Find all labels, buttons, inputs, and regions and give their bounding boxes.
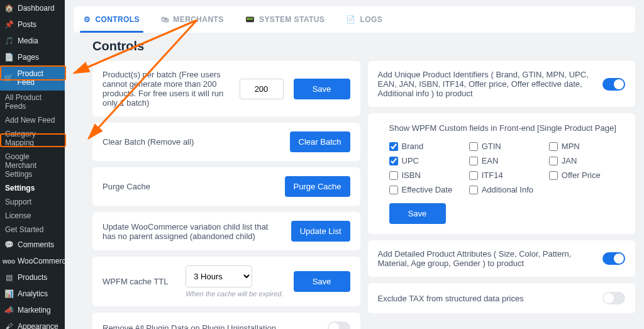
additional-info-checkbox[interactable] <box>469 186 478 194</box>
sidebar-sub-add-new[interactable]: Add New Feed <box>0 113 65 127</box>
fields-title: Show WPFM Custom fields in Front-end [Si… <box>379 123 625 133</box>
itf14-checkbox[interactable] <box>469 171 478 180</box>
identifiers-card: Add Unique Product Identifiers ( Brand, … <box>368 61 636 107</box>
sidebar-sub-license[interactable]: License <box>0 209 65 223</box>
exclude-tax-card: Exclude TAX from structured data prices <box>368 283 636 313</box>
clear-batch-button[interactable]: Clear Batch <box>290 131 350 152</box>
sidebar-label: Product Feed <box>17 69 61 87</box>
offer-price-checkbox[interactable] <box>549 171 558 180</box>
fields-save-button[interactable]: Save <box>389 203 446 224</box>
mpn-checkbox[interactable] <box>549 142 558 151</box>
sidebar-sub-settings[interactable]: Settings <box>0 181 65 195</box>
field-gtin[interactable]: GTIN <box>469 142 544 151</box>
field-ean[interactable]: EAN <box>469 156 544 165</box>
sidebar-item-posts[interactable]: 📌Posts <box>0 16 65 33</box>
tab-label: MERCHANTS <box>173 15 223 24</box>
horn-icon: 📣 <box>4 306 14 315</box>
tab-bar: ⚙CONTROLS 🛍MERCHANTS 📟SYSTEM STATUS 📄LOG… <box>74 6 635 33</box>
update-list-button[interactable]: Update List <box>291 221 350 242</box>
detailed-toggle[interactable] <box>602 252 625 265</box>
batch-save-button[interactable]: Save <box>294 79 350 99</box>
field-upc[interactable]: UPC <box>389 156 464 165</box>
sidebar-item-products[interactable]: ▤Products <box>0 269 65 286</box>
identifiers-label: Add Unique Product Identifiers ( Brand, … <box>378 70 593 98</box>
effective-date-checkbox[interactable] <box>389 186 398 194</box>
sidebar-item-appearance[interactable]: 🖌Appearance <box>0 318 65 329</box>
purge-cache-button[interactable]: Purge Cache <box>285 176 350 197</box>
sidebar-item-comments[interactable]: 💬Comments <box>0 237 65 253</box>
sidebar-item-woocommerce[interactable]: wooWooCommerce <box>0 253 65 269</box>
sidebar-sub-support[interactable]: Support <box>0 195 65 209</box>
control-purge-cache: Purge Cache Purge Cache <box>92 167 360 206</box>
remove-label: Remove All Plugin Data on Plugin Uninsta… <box>103 323 318 330</box>
sidebar-item-media[interactable]: 🎵Media <box>0 33 65 49</box>
comment-icon: 💬 <box>4 240 14 249</box>
field-itf14[interactable]: ITF14 <box>469 170 544 180</box>
pin-icon: 📌 <box>4 20 14 29</box>
field-isbn[interactable]: ISBN <box>389 170 464 180</box>
sidebar-item-analytics[interactable]: 📊Analytics <box>0 286 65 302</box>
tab-merchants[interactable]: 🛍MERCHANTS <box>155 6 230 33</box>
box-icon: ▤ <box>4 273 14 282</box>
tab-system-status[interactable]: 📟SYSTEM STATUS <box>239 6 331 33</box>
sidebar-item-marketing[interactable]: 📣Marketing <box>0 302 65 318</box>
batch-label: Product(s) per batch (Free users cannot … <box>103 70 230 108</box>
upc-checkbox[interactable] <box>389 157 398 165</box>
control-batch: Product(s) per batch (Free users cannot … <box>92 61 360 116</box>
ean-checkbox[interactable] <box>469 157 478 165</box>
page-title: Controls <box>92 39 635 53</box>
sidebar-sub-all-feeds[interactable]: All Product Feeds <box>0 91 65 113</box>
sidebar-label: Marketing <box>18 306 51 315</box>
ttl-save-button[interactable]: Save <box>294 271 350 292</box>
brush-icon: 🖌 <box>4 322 14 329</box>
sidebar-sub-category-mapping[interactable]: Category Mapping <box>0 127 65 150</box>
jan-checkbox[interactable] <box>549 157 558 165</box>
dashboard-icon: 🏠 <box>4 4 14 13</box>
field-mpn[interactable]: MPN <box>549 142 624 151</box>
main-content: ⚙CONTROLS 🛍MERCHANTS 📟SYSTEM STATUS 📄LOG… <box>65 0 644 329</box>
tax-toggle[interactable] <box>602 292 625 304</box>
wp-admin-sidebar: 🏠Dashboard 📌Posts 🎵Media 📄Pages 🛒Product… <box>0 0 65 329</box>
sidebar-label: Products <box>18 273 47 282</box>
bag-icon: 🛍 <box>161 15 169 24</box>
detailed-attributes-card: Add Detailed Product Attributes ( Size, … <box>368 240 636 277</box>
purge-label: Purge Cache <box>103 182 275 191</box>
tax-label: Exclude TAX from structured data prices <box>378 294 593 303</box>
sidebar-item-dashboard[interactable]: 🏠Dashboard <box>0 0 65 16</box>
clear-label: Clear Batch (Remove all) <box>103 137 280 147</box>
sidebar-label: Dashboard <box>18 4 55 13</box>
cart-icon: 🛒 <box>4 74 13 82</box>
brand-checkbox[interactable] <box>389 142 398 151</box>
woo-icon: woo <box>4 258 14 265</box>
field-brand[interactable]: Brand <box>389 142 464 151</box>
remove-toggle[interactable] <box>328 321 350 329</box>
gtin-checkbox[interactable] <box>469 142 478 151</box>
gear-icon: ⚙ <box>84 15 91 24</box>
field-effective-date[interactable]: Effective Date <box>389 185 464 194</box>
control-remove-data: Remove All Plugin Data on Plugin Uninsta… <box>92 313 360 329</box>
tab-logs[interactable]: 📄LOGS <box>340 6 389 33</box>
chart-icon: 📊 <box>4 289 14 298</box>
sidebar-item-pages[interactable]: 📄Pages <box>0 49 65 65</box>
sidebar-label: Comments <box>18 240 54 249</box>
sidebar-sub-gmc-settings[interactable]: Google Merchant Settings <box>0 150 65 181</box>
sidebar-label: WooCommerce <box>18 257 65 265</box>
detailed-label: Add Detailed Product Attributes ( Size, … <box>378 249 593 268</box>
page-icon: 📄 <box>4 53 14 62</box>
batch-input[interactable] <box>240 79 284 99</box>
tab-controls[interactable]: ⚙CONTROLS <box>77 6 146 33</box>
status-icon: 📟 <box>245 15 255 24</box>
fields-grid: Brand GTIN MPN UPC EAN JAN ISBN ITF14 Of… <box>379 142 625 194</box>
ttl-select[interactable]: 3 Hours <box>186 265 252 287</box>
sidebar-sub-get-started[interactable]: Get Started <box>0 223 65 237</box>
control-clear-batch: Clear Batch (Remove all) Clear Batch <box>92 123 360 161</box>
identifiers-toggle[interactable] <box>602 78 625 91</box>
sidebar-label: Pages <box>18 53 39 62</box>
field-additional-info[interactable]: Additional Info <box>469 185 544 194</box>
tab-label: SYSTEM STATUS <box>259 15 325 24</box>
sidebar-label: Posts <box>18 20 36 29</box>
field-offer-price[interactable]: Offer Price <box>549 170 624 180</box>
field-jan[interactable]: JAN <box>549 156 624 165</box>
sidebar-item-product-feed[interactable]: 🛒Product Feed <box>0 65 65 91</box>
isbn-checkbox[interactable] <box>389 171 398 180</box>
